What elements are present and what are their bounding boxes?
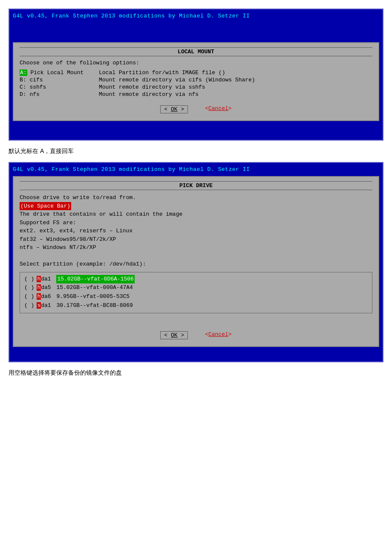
part-name-hda1: hda1 [37, 275, 54, 284]
option-a-key[interactable]: A: Pick Local Mount [20, 69, 96, 76]
line-8 [20, 252, 372, 260]
partition-row-hda5[interactable]: ( ) hda5 15.02GB--vfat-000A-47A4 [24, 283, 368, 292]
buttons-row-1: < OK > <Cancel> [20, 103, 372, 116]
dialog-title-2: PICK DRIVE [20, 181, 372, 190]
ok-label-1: OK [171, 106, 178, 113]
line-7: ntfs – Windows NT/2k/XP [20, 243, 372, 252]
line-1: Choose drive to write to/read from. [20, 194, 372, 202]
part-name-hda5: hda5 [37, 283, 54, 292]
annotation-1: 默认光标在 A，直接回车 [9, 147, 383, 155]
terminal-window-2: G4L v0.45, Frank Stephen 2013 modificati… [9, 162, 383, 362]
options-grid: A: Pick Local Mount Local Partition for/… [20, 69, 372, 98]
partition-row-hda1[interactable]: ( ) hda1 15.02GB--vfat-0D6A-1506 [24, 275, 368, 284]
info-text: Choose drive to write to/read from. (Use… [20, 194, 372, 269]
cancel-button-1[interactable]: <Cancel> [205, 105, 231, 113]
terminal-window-1: G4L v0.45, Frank Stephen 2013 modificati… [9, 9, 383, 141]
partition-list: ( ) hda1 15.02GB--vfat-0D6A-1506 ( ) hda… [20, 272, 372, 313]
title-bar-2: G4L v0.45, Frank Stephen 2013 modificati… [13, 166, 379, 173]
cancel-label-1: Cancel [208, 105, 228, 112]
pick-drive-dialog: PICK DRIVE Choose drive to write to/read… [13, 176, 379, 347]
cancel-label-2: Cancel [208, 331, 228, 338]
line-4: Supported FS are: [20, 219, 372, 227]
hda1-hl: h [37, 276, 41, 282]
sda1-hl: s [37, 302, 41, 309]
part-info-sda1: 30.17GB--vfat-BC8B-8069 [56, 301, 133, 310]
line-9: Select partition (example: /dev/hda1): [20, 260, 372, 269]
radio-hda6[interactable]: ( ) [24, 292, 34, 301]
radio-hda5[interactable]: ( ) [24, 283, 34, 292]
title-bar-1: G4L v0.45, Frank Stephen 2013 modificati… [13, 13, 379, 19]
option-c-desc: Mount remote directory via sshfs [99, 84, 372, 90]
line-2: (Use Space Bar) [20, 202, 372, 211]
annotation-2: 用空格键选择将要保存备份的镜像文件的盘 [9, 369, 383, 377]
option-b-desc: Mount remote directory via cifs (Windows… [99, 77, 372, 83]
part-info-hda1: 15.02GB--vfat-0D6A-1506 [56, 275, 134, 284]
line-3: The drive that contains or will contain … [20, 210, 372, 219]
option-c-label: C: sshfs [20, 84, 46, 90]
dialog-subtitle-1: Choose one of the following options: [20, 60, 372, 66]
part-info-hda5: 15.02GB--vfat-000A-47A4 [56, 283, 133, 292]
hda5-hl: h [37, 284, 41, 291]
local-mount-dialog: LOCAL MOUNT Choose one of the following … [13, 42, 379, 121]
part-name-sda1: sda1 [37, 301, 54, 310]
part-name-hda6: hda6 [37, 292, 54, 301]
ok-button-2[interactable]: < OK > [160, 331, 188, 339]
line-6: fat32 – Windows95/98/NT/2k/XP [20, 235, 372, 244]
option-a-desc: Local Partition for/with IMAGE file () [99, 69, 372, 76]
ok-button-1[interactable]: < OK > [160, 105, 188, 113]
radio-sda1[interactable]: ( ) [24, 301, 34, 310]
radio-hda1[interactable]: ( ) [24, 275, 34, 284]
line-5: ext2. ext3, ext4, reiserfs – Linux [20, 227, 372, 235]
option-b-key[interactable]: B: cifs [20, 77, 96, 83]
option-d-label: D: nfs [20, 91, 40, 98]
hda6-hl: h [37, 293, 41, 300]
ok-label-2: OK [171, 332, 178, 338]
cancel-button-2[interactable]: <Cancel> [205, 331, 231, 339]
option-d-key[interactable]: D: nfs [20, 91, 96, 98]
partition-row-sda1[interactable]: ( ) sda1 30.17GB--vfat-BC8B-8069 [24, 301, 368, 310]
buttons-row-2: < OK > <Cancel> [20, 329, 372, 342]
option-b-label: B: cifs [20, 77, 43, 83]
option-c-key[interactable]: C: sshfs [20, 84, 96, 90]
part-info-hda6: 9.95GB--vfat-0005-53C5 [56, 292, 130, 301]
option-a-label: Pick Local Mount [30, 69, 84, 76]
option-d-desc: Mount remote directory via nfs [99, 91, 372, 98]
use-space-bar: (Use Space Bar) [20, 202, 71, 211]
partition-row-hda6[interactable]: ( ) hda6 9.95GB--vfat-0005-53C5 [24, 292, 368, 301]
dialog-title-1: LOCAL MOUNT [20, 47, 372, 56]
option-a-highlight: A: [20, 69, 27, 76]
